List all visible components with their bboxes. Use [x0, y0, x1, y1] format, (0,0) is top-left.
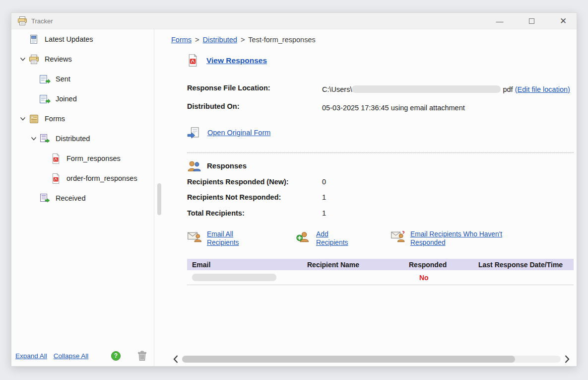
main-panel: Forms>Distributed>Test-form_responses Vi… [164, 29, 577, 366]
distributed-on-row: Distributed On: 05-03-2025 17:36:45 usin… [187, 102, 577, 113]
add-recipients-action: Add Recipients [296, 230, 391, 247]
trash-icon[interactable] [137, 351, 147, 361]
sidebar-item-label: Sent [56, 75, 70, 83]
sidebar-item-label: Reviews [45, 55, 72, 63]
redacted-email [192, 274, 276, 281]
scrollbar-thumb[interactable] [182, 356, 515, 363]
maximize-icon [529, 18, 534, 24]
edit-file-location-link[interactable]: (Edit file location) [515, 85, 570, 93]
sidebar-item-sent[interactable]: Sent [11, 69, 154, 89]
add-person-icon [296, 230, 311, 242]
responses-table: Email Recipient Name Responded Last Resp… [187, 259, 574, 285]
response-file-location-label: Response File Location: [187, 84, 322, 92]
cell-email [187, 274, 302, 282]
chevron-down-icon[interactable] [18, 55, 27, 64]
response-file-path: C:\Users\ pdf (Edit file location) [322, 84, 573, 95]
latest-updates-icon [27, 34, 40, 44]
recipient-actions: Email All Recipients Add Recipients Emai… [187, 230, 574, 247]
sidebar-item-label: Joined [56, 95, 77, 103]
sidebar-scrollbar [154, 29, 164, 366]
sidebar-item-label: Latest Updates [45, 35, 93, 43]
open-original-form-row: Open Original Form [187, 127, 577, 139]
sidebar-item-label: Distributed [56, 135, 90, 143]
stat-value: 1 [322, 209, 326, 217]
response-file-location-row: Response File Location: C:\Users\ pdf (E… [187, 84, 577, 95]
cell-responded: No [404, 274, 473, 282]
close-button[interactable]: ✕ [559, 16, 568, 25]
header-recipient-name: Recipient Name [302, 261, 404, 269]
distributed-form-icon [38, 134, 51, 144]
email-all-recipients-link[interactable]: Email All Recipients [207, 230, 247, 247]
title-bar: Tracker — ✕ [11, 13, 577, 29]
sidebar-item-forms[interactable]: Forms [11, 109, 154, 129]
pdf-icon [49, 173, 62, 184]
redacted-file-path [352, 85, 501, 93]
scroll-right-icon[interactable] [564, 355, 571, 364]
joined-icon [38, 94, 51, 104]
reviews-icon [27, 54, 40, 65]
sidebar-item-form-responses[interactable]: Form_responses [11, 149, 154, 168]
sidebar-scrollbar-thumb[interactable] [157, 183, 161, 215]
header-email: Email [187, 261, 302, 269]
scrollbar-track[interactable] [182, 356, 561, 363]
sent-icon [38, 74, 51, 84]
received-form-icon [38, 193, 51, 203]
breadcrumb-separator: > [195, 36, 199, 44]
table-header-row: Email Recipient Name Responded Last Resp… [187, 259, 574, 270]
scroll-left-icon[interactable] [172, 355, 179, 364]
sidebar-item-distributed[interactable]: Distributed [11, 129, 154, 149]
sidebar: Latest Updates Reviews Sent Joined [11, 29, 154, 366]
tracker-window: Tracker — ✕ Latest Updates Reviews [11, 12, 577, 367]
breadcrumb: Forms>Distributed>Test-form_responses [171, 36, 577, 44]
minimize-button[interactable]: — [495, 16, 504, 25]
header-last-response: Last Response Date/Time [473, 261, 574, 269]
stat-value: 0 [322, 178, 326, 186]
people-icon [187, 160, 201, 172]
email-all-recipients-action: Email All Recipients [187, 230, 296, 247]
horizontal-scrollbar [172, 355, 571, 364]
forms-icon [27, 114, 40, 124]
view-responses-link[interactable]: View Responses [206, 56, 267, 65]
stat-total-recipients: Total Recipients: 1 [187, 209, 577, 217]
header-responded: Responded [404, 261, 473, 269]
sidebar-item-joined[interactable]: Joined [11, 89, 154, 109]
sidebar-item-label: order-form_responses [66, 174, 137, 182]
help-icon[interactable]: ? [111, 351, 121, 361]
mail-person-icon [187, 230, 201, 242]
expand-all-link[interactable]: Expand All [15, 352, 47, 360]
distributed-on-label: Distributed On: [187, 102, 322, 110]
email-not-responded-action: Email Recipients Who Haven't Responded [391, 230, 521, 247]
tracker-tree: Latest Updates Reviews Sent Joined [11, 29, 154, 345]
add-recipients-link[interactable]: Add Recipients [316, 230, 352, 247]
sidebar-item-label: Form_responses [66, 154, 121, 162]
breadcrumb-link-distributed[interactable]: Distributed [203, 36, 237, 44]
maximize-button[interactable] [527, 16, 536, 25]
view-responses-row: View Responses [187, 54, 577, 67]
open-original-form-link[interactable]: Open Original Form [207, 129, 270, 137]
tracker-app-icon [17, 16, 27, 26]
sidebar-item-received[interactable]: Received [11, 188, 154, 208]
breadcrumb-link-forms[interactable]: Forms [171, 36, 192, 44]
distributed-on-value: 05-03-2025 17:36:45 using email attachme… [322, 102, 573, 113]
responses-section-header: Responses [187, 160, 577, 172]
sidebar-item-latest-updates[interactable]: Latest Updates [11, 29, 154, 49]
chevron-down-icon[interactable] [29, 134, 38, 143]
chevron-down-icon[interactable] [18, 114, 27, 123]
sidebar-item-order-form-responses[interactable]: order-form_responses [11, 168, 154, 188]
stat-not-responded: Recipients Not Responded: 1 [187, 193, 577, 201]
window-title: Tracker [31, 17, 53, 25]
stat-responded-new: Recipients Responded (New): 0 [187, 178, 577, 186]
open-form-icon [187, 127, 200, 139]
table-row[interactable]: No [187, 270, 574, 285]
sidebar-item-label: Forms [45, 115, 65, 123]
email-not-responded-link[interactable]: Email Recipients Who Haven't Responded [410, 230, 521, 247]
sidebar-item-reviews[interactable]: Reviews [11, 49, 154, 69]
responses-section-title: Responses [207, 161, 247, 170]
section-divider [187, 152, 574, 153]
breadcrumb-separator: > [241, 36, 245, 44]
breadcrumb-current: Test-form_responses [248, 36, 315, 44]
stat-value: 1 [322, 193, 326, 201]
collapse-all-link[interactable]: Collapse All [54, 352, 89, 360]
pdf-icon [187, 54, 198, 67]
pdf-icon [49, 153, 62, 164]
